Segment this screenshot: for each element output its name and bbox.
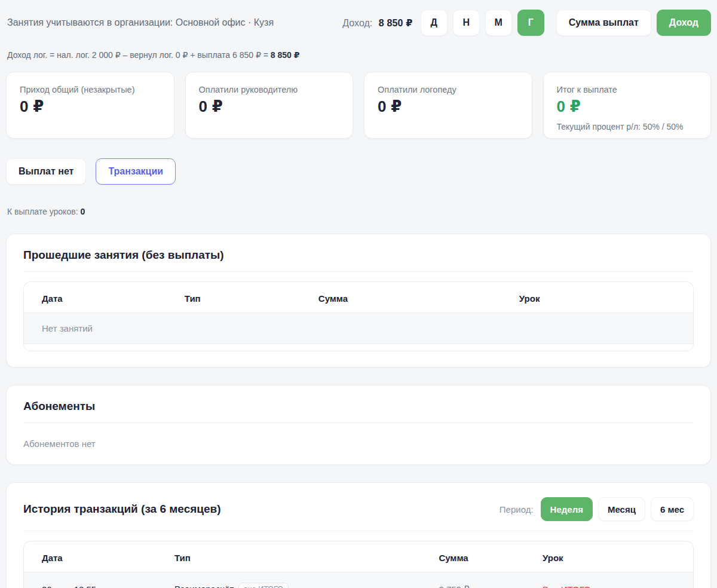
percent-split-note: Текущий процент р/л: 50% / 50% xyxy=(557,122,698,131)
income-summary: Доход: 8 850 ₽ xyxy=(342,17,412,29)
column-header-amount: Сумма xyxy=(439,541,543,572)
stat-card-paid-manager: Оплатили руководителю 0 ₽ xyxy=(185,72,354,139)
transactions-history-title: История транзакций (за 6 месяцев) xyxy=(23,503,221,516)
past-lessons-table: Дата Тип Сумма Урок Нет занятий xyxy=(24,282,693,344)
subscriptions-section: Абонементы Абонементов нет xyxy=(6,385,711,465)
transactions-history-section: История транзакций (за 6 месяцев) Период… xyxy=(6,482,711,588)
transactions-button[interactable]: Транзакции xyxy=(96,158,176,185)
period-label: Период: xyxy=(500,504,534,514)
transaction-date: 26 окт., 18:55 xyxy=(24,572,174,588)
period-day-button[interactable]: Д xyxy=(421,10,448,36)
income-value: 8 850 ₽ xyxy=(379,18,413,28)
income-mode-button[interactable]: Доход xyxy=(657,10,711,36)
lessons-due-label: К выплате уроков: xyxy=(7,207,78,216)
payout-dashboard-page: Занятия учитываются в организации: Основ… xyxy=(0,0,717,588)
stat-card-payout-total: Итог к выплате 0 ₽ Текущий процент р/л: … xyxy=(543,72,712,139)
period-week-button[interactable]: Н xyxy=(453,10,480,36)
stat-card-label: Приход общий (незакрытые) xyxy=(20,85,161,94)
column-header-lesson: Урок xyxy=(543,541,693,572)
no-lessons-text: Нет занятий xyxy=(24,313,693,344)
actions-row: Выплат нет Транзакции xyxy=(6,158,711,185)
transaction-lesson: Вне ИТОГО xyxy=(543,572,693,588)
stat-card-label: Оплатили логопеду xyxy=(378,85,519,94)
history-period-6m-button[interactable]: 6 мес xyxy=(651,497,694,521)
transaction-amount: 3 750 ₽ xyxy=(439,572,543,588)
column-header-date: Дата xyxy=(24,282,185,313)
column-header-type: Тип xyxy=(185,282,318,313)
stat-card-label: Оплатили руководителю xyxy=(199,85,340,94)
no-payouts-button[interactable]: Выплат нет xyxy=(6,158,86,185)
table-header-row: Дата Тип Сумма Урок xyxy=(24,541,693,572)
past-lessons-title: Прошедшие занятия (без выплаты) xyxy=(23,249,694,262)
stat-card-total-income: Приход общий (незакрытые) 0 ₽ xyxy=(6,72,174,139)
transaction-type: Взаиморасчётвне ИТОГО xyxy=(174,572,439,588)
divider xyxy=(23,531,694,531)
stat-cards-row: Приход общий (незакрытые) 0 ₽ Оплатили р… xyxy=(6,72,711,139)
divider xyxy=(23,271,694,272)
table-header-row: Дата Тип Сумма Урок xyxy=(24,282,693,313)
top-bar: Занятия учитываются в организации: Основ… xyxy=(6,8,711,36)
transactions-table: Дата Тип Сумма Урок 26 окт., 18:55 Взаим… xyxy=(24,541,693,588)
income-formula-total: 8 850 ₽ xyxy=(271,50,300,60)
transaction-type-text: Взаиморасчёт xyxy=(174,584,234,588)
transactions-history-head: История транзакций (за 6 месяцев) Период… xyxy=(23,497,694,521)
stat-card-paid-logoped: Оплатили логопеду 0 ₽ xyxy=(364,72,532,139)
no-subscriptions-text: Абонементов нет xyxy=(23,439,694,449)
history-period-group: Период: Неделя Месяц 6 мес xyxy=(500,497,694,521)
transactions-table-card: Дата Тип Сумма Урок 26 окт., 18:55 Взаим… xyxy=(23,541,694,588)
period-year-button[interactable]: Г xyxy=(517,10,544,36)
lessons-due-line: К выплате уроков: 0 xyxy=(6,207,711,216)
stat-card-value: 0 ₽ xyxy=(20,97,161,116)
column-header-type: Тип xyxy=(174,541,439,572)
column-header-amount: Сумма xyxy=(318,282,519,313)
past-lessons-table-card: Дата Тип Сумма Урок Нет занятий xyxy=(23,281,694,351)
income-formula-text: Доход лог. = нал. лог. 2 000 ₽ – вернул … xyxy=(7,50,271,60)
divider xyxy=(23,422,694,423)
column-header-lesson: Урок xyxy=(519,282,693,313)
top-controls: Доход: 8 850 ₽ Д Н М Г Сумма выплат Дохо… xyxy=(342,10,711,36)
period-month-button[interactable]: М xyxy=(485,10,512,36)
lessons-due-value: 0 xyxy=(80,207,85,216)
organization-line: Занятия учитываются в организации: Основ… xyxy=(6,17,274,28)
column-header-date: Дата xyxy=(24,541,174,572)
stat-card-value: 0 ₽ xyxy=(199,97,340,116)
income-formula: Доход лог. = нал. лог. 2 000 ₽ – вернул … xyxy=(6,50,711,60)
past-lessons-section: Прошедшие занятия (без выплаты) Дата Тип… xyxy=(6,234,711,368)
history-period-week-button[interactable]: Неделя xyxy=(541,497,593,521)
sum-payouts-button[interactable]: Сумма выплат xyxy=(556,10,651,36)
stat-card-label: Итог к выплате xyxy=(557,85,698,94)
stat-card-value: 0 ₽ xyxy=(378,97,519,116)
empty-row: Нет занятий xyxy=(24,313,693,344)
history-period-month-button[interactable]: Месяц xyxy=(598,497,645,521)
outside-total-badge: вне ИТОГО xyxy=(238,583,289,588)
stat-card-value: 0 ₽ xyxy=(557,97,698,116)
income-label: Доход: xyxy=(342,18,372,28)
subscriptions-title: Абонементы xyxy=(23,400,694,413)
transaction-row: 26 окт., 18:55 Взаиморасчётвне ИТОГО 3 7… xyxy=(24,572,693,588)
